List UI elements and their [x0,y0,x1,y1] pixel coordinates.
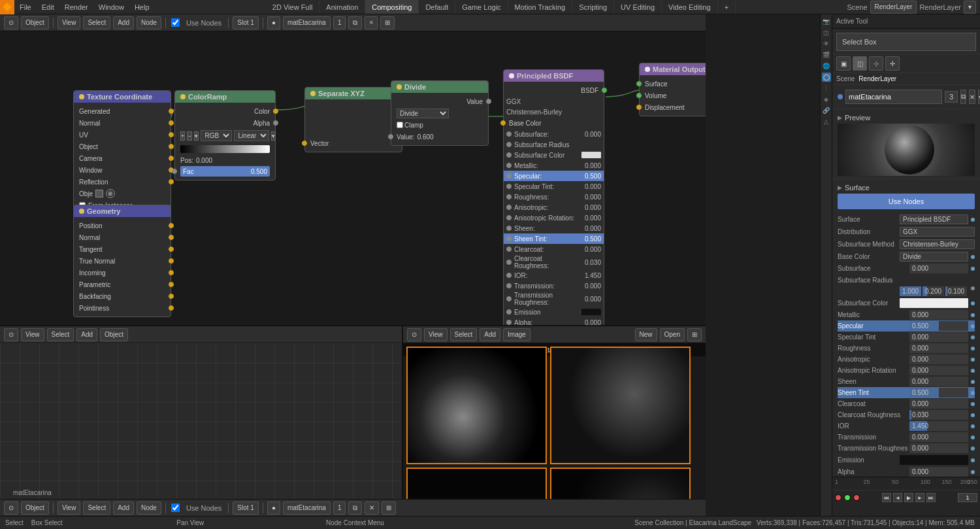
socket-alpha-in[interactable] [506,320,512,325]
socket-reflection-out[interactable] [169,179,174,184]
prop-icon-world[interactable]: 🌐 [822,61,831,71]
base-color-value[interactable]: Divide [900,252,968,262]
roughness-value[interactable]: 0.000 [909,343,968,353]
image-add-btn[interactable]: Add [480,328,500,341]
node-divide[interactable]: Divide Value Divide Clamp [391,80,489,146]
surface-header[interactable]: ▶ Surface [838,182,975,194]
nb-object-btn[interactable]: Object [21,502,49,515]
socket-subsurface-color-in[interactable] [506,152,512,158]
socket-colorramp-alpha-out[interactable] [273,120,278,126]
subsurface-r2[interactable]: 0.200 [923,286,944,296]
toolbar-select-btn[interactable]: Select [83,16,110,29]
tab-default[interactable]: Default [419,0,455,14]
material-copy-btn[interactable]: ⧉ [348,16,362,29]
nb-mat-slot-num[interactable]: 1 [333,502,346,515]
props-icon-plus[interactable]: ✛ [885,56,900,71]
menu-file[interactable]: File [14,0,37,14]
socket-true-normal-out[interactable] [169,258,174,264]
tab-scripting[interactable]: Scripting [572,0,614,14]
socket-metallic-in[interactable] [506,163,512,168]
socket-vector-in[interactable] [302,141,307,146]
mat-slot-num[interactable]: 3 [945,91,958,103]
ior-value[interactable]: 1.450 [909,421,968,431]
tab-game-logic[interactable]: Game Logic [455,0,508,14]
specular-value[interactable]: 0.500 [909,321,968,331]
socket-displacement-in[interactable] [636,105,642,110]
prop-icon-data[interactable]: △ [822,117,831,126]
nb-mat-icon-btn[interactable]: ● [267,502,280,515]
clamp-checkbox[interactable] [397,122,403,128]
nb-node-btn[interactable]: Node [137,502,161,515]
material-extra-btn[interactable]: ⊞ [380,16,395,29]
prop-icon-output[interactable]: ◫ [822,28,831,37]
node-colorramp[interactable]: ColorRamp Color Alpha + − ▾ [174,90,276,180]
socket-subsurface-in[interactable] [506,131,512,137]
image-image-btn[interactable]: Image [503,328,531,341]
prop-icon-render[interactable]: 📷 [822,17,831,26]
socket-transmission-roughness-in[interactable] [506,296,512,301]
nb-mat-delete-btn[interactable]: ✕ [365,502,379,515]
subsurface-prop-value[interactable]: 0.000 [909,264,968,273]
select-box-btn[interactable]: Select Box [836,33,976,51]
alpha-value[interactable]: 0.000 [909,467,968,477]
toolbar-mode-icon[interactable]: ⊙ [4,16,18,29]
socket-parametric-out[interactable] [169,282,174,287]
clearcoat-roughness-value[interactable]: 0.030 [909,410,968,420]
tab-uv-editing[interactable]: UV Editing [614,0,662,14]
socket-incoming-out[interactable] [169,270,174,275]
socket-anisotropic-in[interactable] [506,205,512,210]
socket-tangent-out[interactable] [169,247,174,252]
socket-divide-value-out[interactable] [486,99,491,104]
obje-btn[interactable]: ⊕ [106,189,115,198]
socket-generated-out[interactable] [169,109,174,114]
toolbar-node-btn[interactable]: Node [137,16,161,29]
prop-icon-scene[interactable]: 🎬 [822,50,831,60]
socket-clearcoat-in[interactable] [506,247,512,252]
preview-header[interactable]: ▶ Preview [838,112,975,124]
lower-select-btn[interactable]: Select [47,328,74,341]
subsurface-color-swatch[interactable] [900,298,968,308]
node-material-output[interactable]: Material Output Surface Volume Displacem… [639,63,706,116]
socket-ior-in[interactable] [506,273,512,278]
tl-prev-frame[interactable]: ◄ [893,493,902,502]
anisotropic-value[interactable]: 0.000 [909,354,968,364]
surface-type-value[interactable]: Principled BSDF [900,214,968,224]
node-principled-bsdf[interactable]: Principled BSDF BSDF GGX Christensen-Bur… [503,69,604,362]
material-slot-btn[interactable]: 1 [333,16,346,29]
material-icon-btn[interactable]: ● [267,16,280,29]
material-name-btn[interactable]: matEtacarina [283,16,331,29]
node-texture-coordinate[interactable]: Texture Coordinate Generated Normal UV [73,90,171,214]
specular-tint-value[interactable]: 0.000 [909,332,968,342]
menu-help[interactable]: Help [129,0,155,14]
menu-render[interactable]: Render [59,0,93,14]
nb-mode-btn[interactable]: ⊙ [4,502,18,515]
menu-edit[interactable]: Edit [37,0,59,14]
sss-value[interactable]: Christensen-Burley [900,239,975,249]
nb-select-btn[interactable]: Select [83,502,110,515]
socket-roughness-in[interactable] [506,194,512,199]
tl-play[interactable]: ▶ [904,493,913,502]
lower-object-btn[interactable]: Object [100,328,128,341]
colorramp-extra-btn[interactable]: ▾ [271,131,276,141]
colorramp-dropdown-btn[interactable]: ▾ [194,131,199,141]
metallic-value[interactable]: 0.000 [909,310,968,320]
transmission-value[interactable]: 0.000 [909,432,968,442]
colorramp-interp-select[interactable]: Linear [234,130,269,141]
tab-add[interactable]: + [718,0,736,14]
socket-pointiness-out[interactable] [169,305,174,311]
clearcoat-value[interactable]: 0.000 [909,399,968,409]
use-nodes-btn[interactable]: Use Nodes [838,194,975,209]
tab-2d-view-full[interactable]: 2D View Full [266,0,320,14]
toolbar-view-btn[interactable]: View [57,16,81,29]
image-select-btn[interactable]: Select [450,328,478,341]
socket-subsurface-radius-in[interactable] [506,142,512,147]
socket-uv-out[interactable] [169,132,174,137]
nb-view-btn[interactable]: View [57,502,81,515]
nb-add-btn[interactable]: Add [113,502,134,515]
subsurface-r1[interactable]: 1.000 [900,286,921,296]
mat-copy-btn[interactable]: ⧉ [960,90,966,104]
socket-volume-in[interactable] [636,93,642,98]
socket-sheen-in[interactable] [506,226,512,231]
tab-compositing[interactable]: Compositing [365,0,419,14]
distribution-value[interactable]: GGX [900,227,975,237]
